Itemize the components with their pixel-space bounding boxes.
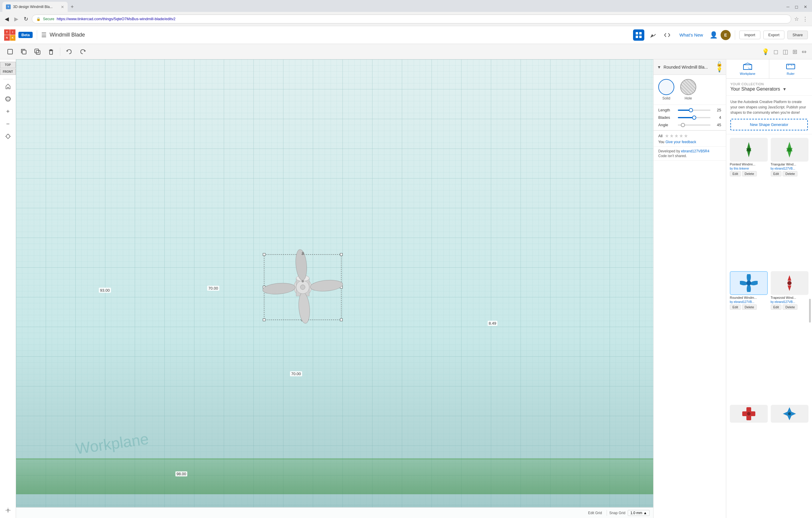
- edit-grid-btn[interactable]: Edit Grid: [585, 510, 604, 516]
- svg-rect-23: [340, 253, 343, 256]
- restore-btn[interactable]: ◻: [792, 3, 801, 10]
- svg-point-12: [6, 98, 10, 100]
- add-user-btn[interactable]: 👤: [709, 31, 718, 39]
- shape-author-0[interactable]: by this tinkerer: [730, 167, 768, 170]
- undo-btn[interactable]: [63, 46, 76, 57]
- star-1[interactable]: ★: [665, 133, 669, 139]
- align-btn[interactable]: ◫: [781, 46, 790, 57]
- code-btn[interactable]: [662, 29, 673, 41]
- feedback-row: You Give your feedback: [658, 140, 721, 144]
- shape-thumb-5[interactable]: [771, 405, 809, 422]
- feedback-link[interactable]: Give your feedback: [665, 140, 696, 144]
- shape-author-1[interactable]: by ebrand127VB...: [771, 167, 809, 170]
- svg-point-73: [747, 412, 751, 415]
- bookmark-btn[interactable]: ☆: [793, 15, 800, 24]
- star-2[interactable]: ★: [670, 133, 674, 139]
- new-shape-generator-btn[interactable]: New Shape Generator: [730, 119, 808, 130]
- new-shape-toolbar-btn[interactable]: [4, 46, 17, 57]
- forward-btn[interactable]: ▶: [12, 15, 20, 24]
- view-cube[interactable]: TOP FRONT: [0, 62, 16, 75]
- grid-settings-btn[interactable]: [3, 505, 13, 516]
- design-object-container[interactable]: [261, 249, 344, 326]
- tinkercad-logo[interactable]: T I N K: [4, 29, 16, 41]
- settings-btn[interactable]: ⋮: [801, 15, 809, 24]
- developer-link[interactable]: ebrand127VB5R4: [681, 149, 709, 153]
- refresh-btn[interactable]: ↻: [22, 15, 30, 24]
- view-cube-front[interactable]: FRONT: [0, 69, 16, 75]
- solid-option[interactable]: Solid: [658, 79, 674, 100]
- hole-circle[interactable]: [680, 79, 696, 95]
- svg-point-58: [787, 147, 791, 152]
- scroll-bar[interactable]: [809, 299, 811, 323]
- star-4[interactable]: ★: [679, 133, 683, 139]
- import-btn[interactable]: Import: [739, 31, 760, 39]
- edit-shape-1[interactable]: Edit: [771, 171, 782, 176]
- minimize-btn[interactable]: ─: [784, 3, 792, 10]
- bulb-panel-btn[interactable]: 💡: [717, 67, 722, 72]
- shape-author-3[interactable]: by ebrand127VB...: [771, 300, 809, 304]
- developer-section: Developed by ebrand127VB5R4 Code isn't s…: [654, 147, 726, 161]
- export-btn[interactable]: Export: [763, 31, 785, 39]
- hamburger-btn[interactable]: ☰: [41, 31, 47, 38]
- grid-view-btn[interactable]: [633, 29, 644, 41]
- blades-handle[interactable]: [692, 115, 696, 120]
- solid-circle[interactable]: [658, 79, 674, 95]
- panel-collapse-btn[interactable]: ▼: [657, 65, 661, 70]
- edit-shape-3[interactable]: Edit: [771, 304, 782, 310]
- delete-btn[interactable]: [45, 46, 58, 57]
- home-view-btn[interactable]: [3, 81, 13, 92]
- star-3[interactable]: ★: [674, 133, 678, 139]
- workplane-tool-btn[interactable]: Workplane: [726, 59, 769, 78]
- fit-view-btn[interactable]: [3, 131, 13, 142]
- close-btn[interactable]: ✕: [801, 3, 810, 10]
- group-btn[interactable]: ⊞: [791, 46, 799, 57]
- back-btn[interactable]: ◀: [3, 15, 11, 24]
- orbit-btn[interactable]: [3, 93, 13, 104]
- collection-name-row[interactable]: Your Shape Generators ▼: [730, 86, 808, 92]
- edit-shape-2[interactable]: Edit: [730, 304, 741, 310]
- blades-track[interactable]: [678, 117, 710, 118]
- tools-btn[interactable]: [647, 29, 659, 41]
- shape-thumb-1[interactable]: [771, 138, 809, 162]
- delete-shape-3[interactable]: Delete: [783, 304, 798, 310]
- mirror-btn[interactable]: ⇔: [800, 46, 808, 57]
- nav-bar: ◀ ▶ ↻ 🔒 Secure https://www.tinkercad.com…: [0, 12, 812, 26]
- hole-option[interactable]: Hole: [680, 79, 696, 100]
- svg-rect-22: [263, 253, 265, 256]
- share-btn[interactable]: Share: [787, 31, 808, 39]
- angle-handle[interactable]: [681, 123, 685, 127]
- length-track[interactable]: [678, 110, 710, 111]
- delete-shape-2[interactable]: Delete: [742, 304, 757, 310]
- bulb-btn[interactable]: 💡: [760, 46, 771, 57]
- length-handle[interactable]: [689, 108, 693, 112]
- redo-btn[interactable]: [76, 46, 89, 57]
- avatar[interactable]: E: [721, 30, 731, 40]
- copy-btn[interactable]: [31, 46, 44, 57]
- star-5[interactable]: ★: [684, 133, 688, 139]
- angle-track[interactable]: [678, 125, 710, 126]
- shape-thumb-4[interactable]: [730, 405, 768, 422]
- lock-btn[interactable]: 🔓: [717, 62, 722, 66]
- view-cube-top[interactable]: TOP: [0, 62, 16, 68]
- shape-thumb-2[interactable]: [730, 271, 768, 295]
- shapes-btn[interactable]: ◻: [772, 46, 780, 57]
- duplicate-btn[interactable]: [17, 46, 30, 57]
- canvas-area[interactable]: Workplane: [16, 59, 653, 518]
- zoom-in-btn[interactable]: +: [3, 106, 13, 117]
- whats-new-btn[interactable]: What's New: [676, 30, 707, 40]
- active-tab[interactable]: T 3D design Windmill Bla... ✕: [2, 2, 68, 12]
- ruler-tool-btn[interactable]: Ruler: [769, 59, 812, 78]
- delete-shape-0[interactable]: Delete: [742, 171, 757, 176]
- beta-badge[interactable]: Beta: [19, 32, 33, 38]
- address-bar[interactable]: 🔒 Secure https://www.tinkercad.com/thing…: [32, 15, 791, 24]
- edit-shape-0[interactable]: Edit: [730, 171, 741, 176]
- tab-close-icon[interactable]: ✕: [61, 5, 64, 9]
- delete-shape-1[interactable]: Delete: [783, 171, 798, 176]
- zoom-out-btn[interactable]: −: [3, 118, 13, 129]
- shape-author-2[interactable]: by ebrand127VB...: [730, 300, 768, 304]
- copy-icon: [21, 48, 27, 55]
- shape-thumb-3[interactable]: [771, 271, 809, 295]
- snap-grid-value-btn[interactable]: 1.0 mm ▲: [628, 510, 650, 516]
- shape-thumb-0[interactable]: [730, 138, 768, 162]
- new-tab-btn[interactable]: +: [68, 2, 76, 12]
